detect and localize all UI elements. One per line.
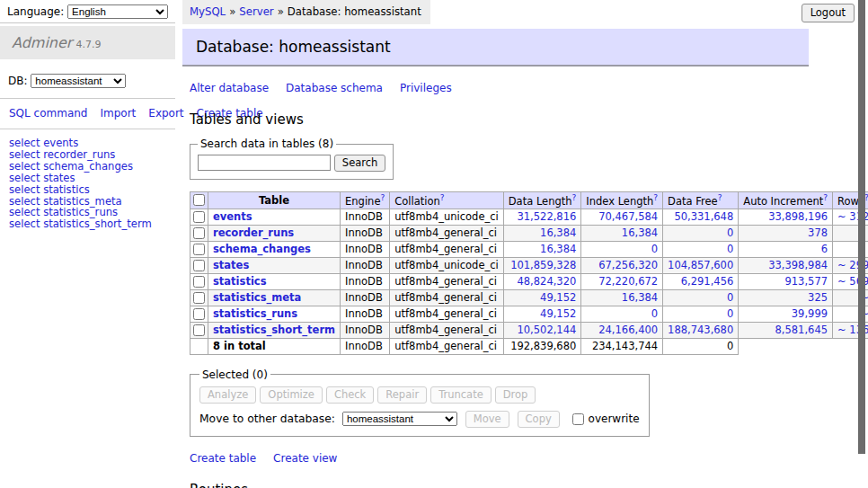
row-checkbox[interactable] xyxy=(193,292,205,304)
help-link[interactable]: ? xyxy=(440,193,445,202)
engine-cell: InnoDB xyxy=(341,322,390,338)
table-link[interactable]: states xyxy=(213,259,249,271)
row-checkbox[interactable] xyxy=(193,211,205,223)
logout-button[interactable]: Logout xyxy=(802,4,855,22)
nav-link-alter-database[interactable]: Alter database xyxy=(190,82,269,94)
sidebar-item-select-schema-changes[interactable]: select schema_changes xyxy=(9,161,166,173)
repair-button[interactable]: Repair xyxy=(377,386,427,404)
row-checkbox[interactable] xyxy=(193,260,205,271)
table-link[interactable]: events xyxy=(213,210,252,223)
sidebar-item-select-states[interactable]: select states xyxy=(9,173,166,184)
row-checkbox[interactable] xyxy=(193,276,205,288)
table-row: statesInnoDButf8mb4_unicode_ci101,859,32… xyxy=(190,257,868,273)
select-all-checkbox[interactable] xyxy=(193,194,205,206)
sidebar-link-import[interactable]: Import xyxy=(100,107,136,120)
total-label-cell: 8 in total xyxy=(208,338,341,354)
scrollbar-thumb[interactable] xyxy=(858,0,865,454)
row-check-cell xyxy=(190,289,208,306)
total-check-cell xyxy=(190,338,208,354)
sidebar-item-select-statistics[interactable]: select statistics xyxy=(9,184,166,196)
language-bar: Language: English xyxy=(0,0,175,23)
table-name-cell: states xyxy=(208,257,341,273)
move-button[interactable]: Move xyxy=(465,411,509,428)
column-label: Index Length xyxy=(586,195,653,208)
create-links: Create tableCreate view xyxy=(190,452,809,465)
table-link[interactable]: schema_changes xyxy=(213,243,311,255)
column-header-data-free: Data Free? xyxy=(663,192,739,209)
column-label: Data Free xyxy=(668,195,718,208)
data-free-cell: 104,857,600 xyxy=(663,257,739,273)
data-free-cell: 0 xyxy=(663,289,739,306)
help-link[interactable]: ? xyxy=(572,193,577,202)
index-length-cell: 70,467,584 xyxy=(581,209,663,225)
search-input[interactable] xyxy=(198,155,331,171)
row-checkbox[interactable] xyxy=(193,244,205,255)
nav-link-database-schema[interactable]: Database schema xyxy=(286,82,383,94)
collation-cell: utf8mb4_unicode_ci xyxy=(390,257,504,273)
data-free-cell: 50,331,648 xyxy=(663,209,739,225)
main-content: MySQL»Server»Database: homeassistant Dat… xyxy=(182,0,809,488)
analyze-button[interactable]: Analyze xyxy=(199,386,256,404)
row-checkbox[interactable] xyxy=(193,227,205,239)
link-create-table[interactable]: Create table xyxy=(190,452,256,465)
data-free-cell: 0 xyxy=(663,306,739,322)
copy-button[interactable]: Copy xyxy=(518,411,560,428)
help-link[interactable]: ? xyxy=(653,193,658,202)
table-link[interactable]: statistics_meta xyxy=(213,291,301,304)
overwrite-checkbox[interactable] xyxy=(572,413,584,425)
drop-button[interactable]: Drop xyxy=(495,386,536,404)
column-label: Auto Increment xyxy=(743,195,823,208)
breadcrumb-separator: » xyxy=(229,5,235,18)
db-select[interactable]: homeassistant xyxy=(31,74,126,88)
auto-increment-cell: 8,581,645 xyxy=(739,322,833,338)
table-link[interactable]: recorder_runs xyxy=(213,226,294,239)
auto-increment-cell: 913,577 xyxy=(739,273,833,289)
breadcrumb: MySQL»Server»Database: homeassistant xyxy=(182,0,430,24)
table-link[interactable]: statistics_runs xyxy=(213,307,297,320)
truncate-button[interactable]: Truncate xyxy=(430,386,492,404)
total-data-length-cell: 192,839,680 xyxy=(503,338,581,354)
selected-actions: AnalyzeOptimizeCheckRepairTruncateDrop xyxy=(199,386,640,404)
row-checkbox[interactable] xyxy=(193,324,205,336)
table-row: schema_changesInnoDButf8mb4_general_ci16… xyxy=(190,241,868,257)
table-link[interactable]: statistics xyxy=(213,275,267,288)
table-name-cell: statistics xyxy=(208,273,341,289)
breadcrumb-link-mysql[interactable]: MySQL xyxy=(190,5,226,18)
table-link[interactable]: statistics_short_term xyxy=(213,324,335,336)
tables-heading: Tables and views xyxy=(190,111,809,128)
auto-increment-cell: 378 xyxy=(739,225,833,241)
search-button[interactable]: Search xyxy=(334,155,386,172)
column-label: Table xyxy=(259,194,289,207)
nav-link-privileges[interactable]: Privileges xyxy=(400,82,452,94)
move-db-select[interactable]: homeassistant xyxy=(342,412,457,426)
row-check-cell xyxy=(190,306,208,322)
move-label: Move to other database: xyxy=(199,413,335,425)
help-link[interactable]: ? xyxy=(718,193,722,202)
link-create-view[interactable]: Create view xyxy=(273,452,337,465)
optimize-button[interactable]: Optimize xyxy=(260,386,323,404)
total-row: 8 in totalInnoDButf8mb4_general_ci192,83… xyxy=(190,338,868,354)
overwrite-label: overwrite xyxy=(589,413,640,425)
total-collation-cell: utf8mb4_general_ci xyxy=(390,338,504,354)
data-free-cell: 6,291,456 xyxy=(663,273,739,289)
table-name-cell: events xyxy=(208,209,341,225)
sidebar-link-export[interactable]: Export xyxy=(148,107,183,120)
column-label: Data Length xyxy=(509,195,572,208)
row-checkbox[interactable] xyxy=(193,308,205,320)
check-button[interactable]: Check xyxy=(326,386,374,404)
engine-cell: InnoDB xyxy=(341,306,390,322)
help-link[interactable]: ? xyxy=(380,193,385,202)
table-name-cell: statistics_meta xyxy=(208,289,341,306)
app-version-link[interactable]: 4.7.9 xyxy=(75,39,101,50)
index-length-cell: 16,384 xyxy=(581,289,663,306)
sidebar-link-sql-command[interactable]: SQL command xyxy=(9,107,87,120)
table-row: statistics_runsInnoDButf8mb4_general_ci4… xyxy=(190,306,868,322)
sidebar-item-select-events[interactable]: select events xyxy=(9,138,166,149)
help-link[interactable]: ? xyxy=(823,193,828,202)
sidebar-item-select-statistics-short-term[interactable]: select statistics_short_term xyxy=(9,218,166,230)
sidebar-item-select-recorder-runs[interactable]: select recorder_runs xyxy=(9,149,166,161)
language-select[interactable]: English xyxy=(67,4,168,19)
breadcrumb-link-server[interactable]: Server xyxy=(239,5,273,18)
tables-header: TableEngine?Collation?Data Length?Index … xyxy=(190,192,868,209)
index-length-cell: 16,384 xyxy=(581,225,663,241)
